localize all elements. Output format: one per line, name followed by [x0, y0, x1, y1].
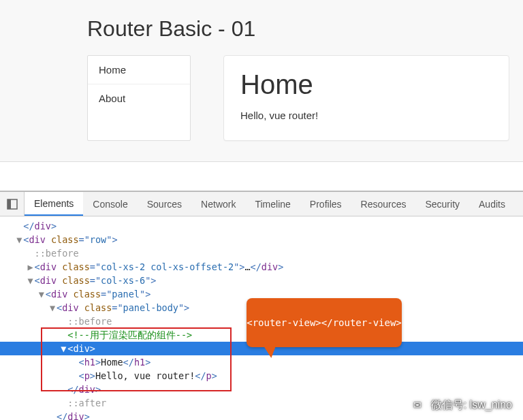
devtools-tab-profiles[interactable]: Profiles [300, 192, 351, 216]
dom-line[interactable]: </div> [0, 219, 523, 233]
dock-icon[interactable] [0, 192, 25, 216]
devtools-tab-elements[interactable]: Elements [25, 192, 83, 216]
dom-line[interactable]: ▶<div class="col-xs-2 col-xs-offset-2">…… [0, 260, 523, 274]
devtools-tab-audits[interactable]: Audits [469, 192, 515, 216]
devtools-tab-security[interactable]: Security [415, 192, 469, 216]
dom-line[interactable]: <p>Hello, vue router!</p> [0, 369, 523, 383]
panel-text: Hello, vue router! [240, 110, 492, 121]
devtools-tabs: ElementsConsoleSourcesNetworkTimelinePro… [0, 192, 523, 216]
nav-item-about[interactable]: About [88, 84, 190, 112]
app-page: Router Basic - 01 Home About Home Hello,… [0, 0, 523, 162]
devtools-tab-network[interactable]: Network [191, 192, 245, 216]
dom-line[interactable]: ::before [0, 246, 523, 260]
svg-rect-1 [7, 199, 11, 209]
nav-item-home[interactable]: Home [88, 56, 190, 84]
watermark-text: 微信号: lsw_nino [431, 398, 512, 413]
page-title: Router Basic - 01 [0, 0, 523, 55]
devtools-tab-console[interactable]: Console [83, 192, 137, 216]
devtools-panel: ElementsConsoleSourcesNetworkTimelinePro… [0, 191, 523, 420]
dom-line[interactable]: ▼<div class="col-xs-6"> [0, 274, 523, 287]
layout-row: Home About Home Hello, vue router! [0, 55, 523, 141]
dom-line[interactable]: </div> [0, 383, 523, 396]
watermark: ✉ 微信号: lsw_nino [409, 397, 512, 413]
devtools-tab-sources[interactable]: Sources [138, 192, 191, 216]
devtools-tab-timeline[interactable]: Timeline [245, 192, 300, 216]
callout-text: <router-view></router-view> [247, 316, 402, 329]
wechat-icon: ✉ [409, 397, 426, 413]
callout-tooltip: <router-view></router-view> [247, 298, 402, 347]
devtools-tab-resources[interactable]: Resources [351, 192, 416, 216]
panel-heading: Home [240, 69, 492, 100]
dom-tree[interactable]: <router-view></router-view> </div> ▼<div… [0, 216, 523, 420]
dom-line[interactable]: ▼<div class="row"> [0, 233, 523, 246]
content-panel: Home Hello, vue router! [223, 55, 509, 141]
nav-list: Home About [87, 55, 191, 141]
